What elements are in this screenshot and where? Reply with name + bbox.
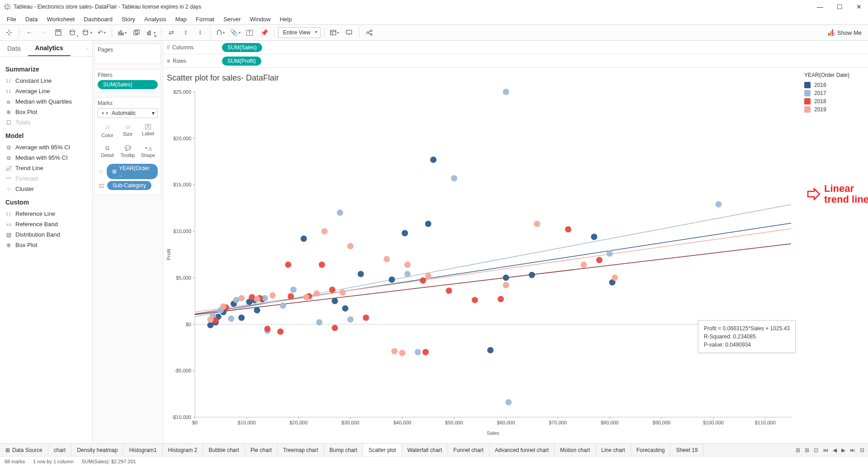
sheet-tab[interactable]: Forecasting bbox=[631, 444, 671, 456]
swap-button[interactable]: ⇄ bbox=[165, 27, 178, 38]
new-story-icon[interactable]: ⊡ bbox=[812, 446, 820, 454]
menu-worksheet[interactable]: Worksheet bbox=[42, 14, 79, 24]
rows-pill[interactable]: SUM(Profit) bbox=[222, 57, 261, 66]
mark-detail[interactable]: ⊡Detail bbox=[98, 142, 117, 161]
sheet-tab[interactable]: Advanced funnel chart bbox=[490, 444, 555, 456]
close-button[interactable]: ✕ bbox=[854, 1, 864, 12]
pane-menu-icon[interactable]: ◦ bbox=[83, 44, 92, 53]
new-sheet-icon[interactable]: ⊞ bbox=[794, 446, 802, 454]
item-box-plot-2[interactable]: ⊕Box Plot bbox=[5, 240, 87, 250]
sheet-tab[interactable]: chart bbox=[48, 444, 72, 456]
color-legend[interactable]: YEAR(Order Date) 2016201720182019 bbox=[800, 68, 868, 443]
tab-prev-icon[interactable]: ◀ bbox=[831, 446, 839, 454]
mark-tooltip[interactable]: 💬Tooltip bbox=[118, 142, 137, 161]
mark-size[interactable]: ⬭Size bbox=[118, 121, 137, 141]
chart-canvas[interactable]: Scatter plot for sales- DataFlair -$10,0… bbox=[163, 68, 800, 443]
group-button[interactable]: 📎▾ bbox=[229, 27, 241, 38]
columns-pill[interactable]: SUM(Sales) bbox=[222, 43, 262, 52]
sheet-tab[interactable]: Histogram1 bbox=[123, 444, 162, 456]
sheet-tab[interactable]: Funnel chart bbox=[448, 444, 490, 456]
tab-next-icon[interactable]: ▶ bbox=[840, 446, 847, 454]
item-constant-line[interactable]: ⫶⫶Constant Line bbox=[5, 76, 87, 86]
item-avg-ci[interactable]: ⧉Average with 95% CI bbox=[5, 142, 87, 152]
fit-selector[interactable]: Entire View bbox=[278, 27, 321, 38]
sheet-tab[interactable]: Pie chart bbox=[245, 444, 278, 456]
undo-button[interactable]: ↶▾ bbox=[95, 27, 108, 38]
maximize-button[interactable]: ☐ bbox=[834, 1, 845, 12]
refresh-data-button[interactable]: ▾ bbox=[81, 27, 94, 38]
mark-color[interactable]: ⁙Color bbox=[98, 121, 117, 141]
item-average-line[interactable]: ⫶⫶Average Line bbox=[5, 86, 87, 96]
highlight-button[interactable]: ▾ bbox=[214, 27, 227, 38]
item-ref-band[interactable]: ▭Reference Band bbox=[5, 219, 87, 229]
marks-type-selector[interactable]: ⚬⚬Automatic▾ bbox=[98, 108, 158, 118]
sheet-tab[interactable]: Waterfall chart bbox=[402, 444, 448, 456]
pill-year-order[interactable]: ⊞YEAR(Order .. bbox=[107, 164, 158, 179]
legend-item[interactable]: 2018 bbox=[804, 97, 864, 105]
legend-item[interactable]: 2019 bbox=[804, 105, 864, 114]
menu-data[interactable]: Data bbox=[21, 14, 42, 24]
forward-button[interactable]: → bbox=[38, 27, 50, 38]
scatter-plot[interactable]: -$10,000-$5,000$0$5,000$10,000$15,000$20… bbox=[163, 87, 797, 437]
label-button[interactable]: T bbox=[243, 27, 256, 38]
menu-map[interactable]: Map bbox=[171, 14, 191, 24]
item-median-ci[interactable]: ⧉Median with 95% CI bbox=[5, 152, 87, 163]
new-sheet-button[interactable]: ▾ bbox=[116, 27, 128, 38]
menu-story[interactable]: Story bbox=[118, 14, 139, 24]
menu-dashboard[interactable]: Dashboard bbox=[80, 14, 117, 24]
sheet-tab[interactable]: Histogram 2 bbox=[163, 444, 203, 456]
tab-data[interactable]: Data bbox=[0, 41, 28, 56]
minimize-button[interactable]: — bbox=[814, 1, 826, 12]
rows-shelf[interactable]: ≡Rows SUM(Profit) bbox=[163, 54, 868, 68]
sheet-tab[interactable]: Treemap chart bbox=[278, 444, 324, 456]
tableau-icon[interactable] bbox=[3, 27, 15, 38]
back-button[interactable]: ← bbox=[23, 27, 36, 38]
sheet-tab[interactable]: Density heatmap bbox=[71, 444, 123, 456]
item-trend-line[interactable]: 📈Trend Line bbox=[5, 163, 87, 173]
chart-title[interactable]: Scatter plot for sales- DataFlair bbox=[163, 71, 797, 87]
sheet-tab[interactable]: Sheet 19 bbox=[670, 444, 703, 456]
save-button[interactable] bbox=[52, 27, 65, 38]
pages-shelf[interactable]: Pages bbox=[94, 43, 161, 64]
share-button[interactable] bbox=[363, 27, 376, 38]
filters-shelf[interactable]: Filters SUM(Sales) bbox=[94, 69, 161, 92]
sort-asc-button[interactable]: ⬆ bbox=[179, 27, 192, 38]
sheet-tab[interactable]: Line chart bbox=[596, 444, 631, 456]
new-data-button[interactable]: + bbox=[66, 27, 79, 38]
item-cluster[interactable]: ⁘Cluster bbox=[5, 184, 87, 194]
pin-button[interactable]: 📌 bbox=[258, 27, 270, 38]
duplicate-button[interactable] bbox=[130, 27, 143, 38]
show-me-button[interactable]: Show Me bbox=[825, 28, 865, 38]
new-dashboard-icon[interactable]: ⊞ bbox=[803, 446, 811, 454]
tab-last-icon[interactable]: ⏭ bbox=[848, 446, 857, 454]
clear-button[interactable]: ✕▾ bbox=[145, 27, 157, 38]
sheet-tab[interactable]: Scatter plot bbox=[363, 444, 402, 456]
tab-list-icon[interactable]: ⊟ bbox=[858, 446, 866, 454]
item-dist-band[interactable]: ▤Distribution Band bbox=[5, 229, 87, 240]
menu-window[interactable]: Window bbox=[245, 14, 274, 24]
menu-file[interactable]: File bbox=[3, 14, 20, 24]
presentation-button[interactable] bbox=[343, 27, 355, 38]
item-median-quartiles[interactable]: ⧈Median with Quartiles bbox=[5, 96, 87, 107]
filter-pill-sum-sales[interactable]: SUM(Sales) bbox=[98, 80, 158, 89]
menu-help[interactable]: Help bbox=[276, 14, 296, 24]
legend-item[interactable]: 2017 bbox=[804, 89, 864, 97]
tab-analytics[interactable]: Analytics bbox=[28, 41, 71, 56]
legend-item[interactable]: 2016 bbox=[804, 81, 864, 89]
sheet-tab[interactable]: Bump chart bbox=[324, 444, 363, 456]
menu-server[interactable]: Server bbox=[219, 14, 245, 24]
data-source-tab[interactable]: ⊞Data Source bbox=[0, 444, 48, 456]
mark-shape[interactable]: ⚬△Shape bbox=[138, 142, 158, 161]
mark-label[interactable]: TLabel bbox=[138, 121, 158, 141]
sort-desc-button[interactable]: ⬇ bbox=[194, 27, 207, 38]
sheet-tab[interactable]: Bubble chart bbox=[203, 444, 245, 456]
menu-analysis[interactable]: Analysis bbox=[140, 14, 170, 24]
show-hide-cards-button[interactable]: ▾ bbox=[328, 27, 341, 38]
item-ref-line[interactable]: ⫶⫶Reference Line bbox=[5, 209, 87, 219]
tab-first-icon[interactable]: ⏮ bbox=[821, 446, 830, 454]
sheet-tab[interactable]: Motion chart bbox=[555, 444, 596, 456]
pill-sub-category[interactable]: Sub-Category bbox=[107, 181, 151, 190]
menu-format[interactable]: Format bbox=[192, 14, 218, 24]
columns-shelf[interactable]: ⦙⦙⦙Columns SUM(Sales) bbox=[163, 41, 868, 54]
item-box-plot[interactable]: ⊕Box Plot bbox=[5, 107, 87, 117]
